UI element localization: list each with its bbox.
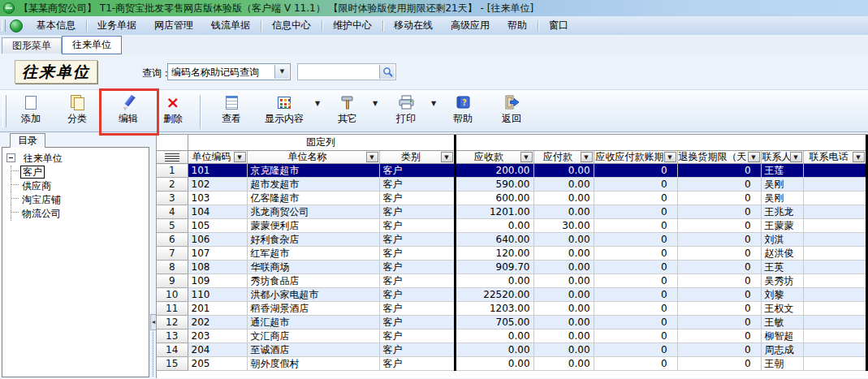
cell-receivable[interactable]: 1201.00 (455, 205, 533, 219)
cell-receivable[interactable]: 0.00 (455, 329, 533, 343)
cell-receivable[interactable]: 640.00 (455, 233, 533, 247)
cell-type[interactable]: 客户 (379, 274, 455, 288)
tab-contacts[interactable]: 往来单位 (62, 36, 122, 54)
tab-graphic-menu[interactable]: 图形菜单 (2, 37, 62, 54)
cell-name[interactable]: 蒙蒙便利店 (247, 219, 379, 233)
cell-phone[interactable] (803, 247, 866, 261)
cell-name[interactable]: 秀坊食品店 (247, 274, 379, 288)
table-row[interactable]: 9 109 秀坊食品店 客户 0.00 0.00 0 0 吴秀坊 (157, 274, 866, 288)
print-dropdown-icon[interactable]: ▼ (431, 100, 436, 107)
row-number-cell[interactable]: 12 (157, 316, 188, 329)
menu-item-cashflow-docs[interactable]: 钱流单据 (202, 16, 259, 35)
cell-code[interactable]: 202 (188, 316, 247, 329)
cell-account-term[interactable]: 0 (594, 261, 677, 274)
cell-payable[interactable]: 0.00 (533, 316, 594, 329)
cell-receivable[interactable]: 909.70 (455, 261, 533, 274)
table-row[interactable]: 5 105 蒙蒙便利店 客户 0.00 30.00 0 0 王蒙蒙 (157, 219, 866, 233)
table-row[interactable]: 10 110 洪都小家电超市 客户 22520.00 0.00 0 0 刘黎 (157, 288, 866, 302)
cell-name[interactable]: 好利食杂店 (247, 233, 379, 247)
cell-account-term[interactable]: 0 (594, 357, 677, 371)
cell-type[interactable]: 客户 (379, 357, 455, 371)
tree-item-logistics[interactable]: 物流公司 (11, 207, 149, 221)
cell-name[interactable]: 京克隆超市 (247, 164, 379, 178)
filter-icon[interactable]: ▼ (441, 152, 453, 162)
cell-return-days[interactable]: 0 (677, 219, 761, 233)
cell-return-days[interactable]: 0 (677, 288, 761, 302)
cell-payable[interactable]: 0.00 (533, 164, 594, 178)
row-number-cell[interactable]: 11 (157, 302, 188, 316)
back-button[interactable]: 返回 (492, 93, 531, 131)
cell-type[interactable]: 客户 (379, 302, 455, 316)
cell-name[interactable]: 朝外度假村 (247, 357, 379, 371)
row-number-cell[interactable]: 13 (157, 329, 188, 343)
filter-icon[interactable]: ▼ (234, 152, 246, 162)
cell-code[interactable]: 106 (188, 233, 247, 247)
classify-button[interactable]: 分类 (58, 93, 97, 131)
cell-code[interactable]: 105 (188, 219, 247, 233)
cell-return-days[interactable]: 0 (677, 247, 761, 261)
other-button[interactable]: 其它 (328, 93, 367, 131)
cell-phone[interactable] (803, 219, 866, 233)
table-row[interactable]: 6 106 好利食杂店 客户 640.00 0.00 0 0 刘淇 (157, 233, 866, 247)
cell-contact[interactable]: 吴秀坊 (761, 274, 803, 288)
query-mode-select[interactable]: 编码名称助记码查询 ▼ (167, 63, 291, 80)
row-number-cell[interactable]: 2 (157, 178, 188, 192)
cell-type[interactable]: 客户 (379, 178, 455, 192)
add-button[interactable]: 添加 (11, 93, 50, 131)
cell-type[interactable]: 客户 (379, 288, 455, 302)
filter-icon[interactable]: ▼ (853, 152, 865, 162)
cell-contact[interactable]: 王英 (761, 261, 803, 274)
cell-receivable[interactable]: 0.00 (455, 274, 533, 288)
tree-root-item[interactable]: 往来单位 (22, 153, 64, 164)
table-row[interactable]: 15 205 朝外度假村 客户 0.00 0.00 0 0 王朝 (157, 357, 866, 371)
cell-return-days[interactable]: 0 (677, 164, 761, 178)
cell-contact[interactable]: 吴刚 (761, 178, 803, 192)
cell-phone[interactable] (803, 288, 866, 302)
cell-receivable[interactable]: 0.00 (455, 357, 533, 371)
cell-receivable[interactable]: 705.00 (455, 316, 533, 329)
cell-type[interactable]: 客户 (379, 233, 455, 247)
cell-receivable[interactable]: 22520.00 (455, 288, 533, 302)
cell-payable[interactable]: 0.00 (533, 233, 594, 247)
menu-item-maintenance[interactable]: 维护中心 (324, 16, 381, 35)
cell-account-term[interactable]: 0 (594, 205, 677, 219)
menu-item-business-docs[interactable]: 业务单据 (89, 16, 145, 35)
row-number-cell[interactable]: 9 (157, 274, 188, 288)
cell-return-days[interactable]: 0 (677, 233, 761, 247)
menu-item-help[interactable]: 帮助 (499, 16, 536, 35)
cell-return-days[interactable]: 0 (677, 357, 761, 371)
filter-icon[interactable]: ▼ (366, 152, 378, 162)
table-row[interactable]: 11 201 稻香湖景酒店 客户 1203.00 0.00 0 0 王权文 (157, 302, 866, 316)
cell-receivable[interactable]: 120.00 (455, 247, 533, 261)
row-number-cell[interactable]: 6 (157, 233, 188, 247)
row-number-cell[interactable]: 3 (157, 192, 188, 205)
cell-payable[interactable]: 0.00 (533, 192, 594, 205)
cell-name[interactable]: 亿客隆超市 (247, 192, 379, 205)
cell-phone[interactable] (803, 316, 866, 329)
cell-type[interactable]: 客户 (379, 164, 455, 178)
cell-account-term[interactable]: 0 (594, 302, 677, 316)
cell-payable[interactable]: 0.00 (533, 302, 594, 316)
cell-code[interactable]: 109 (188, 274, 247, 288)
row-number-cell[interactable]: 4 (157, 205, 188, 219)
table-row[interactable]: 8 108 华联商场 客户 909.70 0.00 0 0 王英 (157, 261, 866, 274)
menu-item-advanced[interactable]: 高级应用 (442, 16, 499, 35)
row-number-cell[interactable]: 14 (157, 343, 188, 357)
cell-receivable[interactable]: 600.00 (455, 192, 533, 205)
cell-name[interactable]: 稻香湖景酒店 (247, 302, 379, 316)
cell-return-days[interactable]: 0 (677, 192, 761, 205)
cell-name[interactable]: 洪都小家电超市 (247, 288, 379, 302)
cell-phone[interactable] (803, 302, 866, 316)
cell-phone[interactable] (803, 192, 866, 205)
cell-code[interactable]: 101 (188, 164, 247, 178)
cell-code[interactable]: 203 (188, 329, 247, 343)
cell-account-term[interactable]: 0 (594, 247, 677, 261)
cell-account-term[interactable]: 0 (594, 316, 677, 329)
cell-phone[interactable] (803, 343, 866, 357)
cell-type[interactable]: 客户 (379, 205, 455, 219)
cell-name[interactable]: 通汇超市 (247, 316, 379, 329)
tree-item-suppliers[interactable]: 供应商 (11, 179, 149, 193)
table-row[interactable]: 13 203 文汇商店 客户 0.00 0.00 0 0 柳智超 (157, 329, 866, 343)
cell-code[interactable]: 102 (188, 178, 247, 192)
row-number-cell[interactable]: 8 (157, 261, 188, 274)
